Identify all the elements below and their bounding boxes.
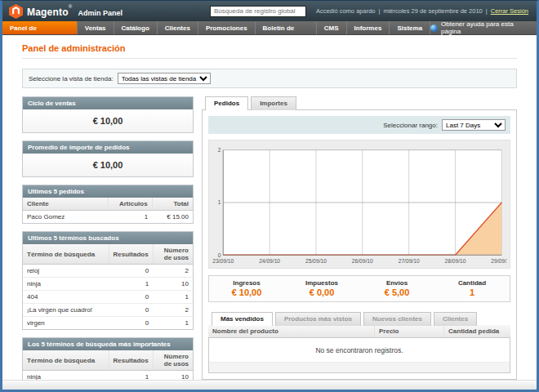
svg-text:29/09/10: 29/09/10 — [491, 258, 507, 264]
search-term-row[interactable]: ninja110 — [23, 371, 193, 381]
footer-strip — [2, 380, 537, 390]
col-header: Número de usos — [153, 244, 193, 265]
order-row[interactable]: Paco Gomez1€ 15.00 — [23, 211, 193, 224]
search-term-row[interactable]: virgen01 — [23, 317, 193, 330]
header-user-info: Accedió como apardo | miércoles 29 de se… — [316, 7, 528, 15]
search-term-row[interactable]: reloj02 — [23, 265, 193, 278]
svg-text:0: 0 — [218, 252, 221, 258]
diagram-tabs: PedidosImportes — [202, 96, 517, 109]
total-value: € 0,00 — [284, 287, 359, 297]
search-term-row[interactable]: ninja110 — [23, 278, 193, 291]
help-icon — [430, 24, 438, 32]
total-label: Envíos — [359, 279, 434, 287]
average-orders-value: € 10,00 — [23, 154, 193, 176]
nav-tab[interactable]: Ventas — [78, 21, 114, 34]
diagram-tab[interactable]: Importes — [251, 96, 296, 110]
logout-link[interactable]: Cerrar Sesión — [491, 7, 528, 15]
average-orders-title: Promedio de importe de pedidos — [23, 141, 193, 154]
header: Magento® Admin Panel Accedió como apardo… — [2, 1, 537, 21]
nav-tab[interactable]: CMS — [317, 21, 347, 34]
nav-tab[interactable]: Catálogo — [114, 21, 158, 34]
lifetime-sales-box: Ciclo de ventas € 10,00 — [22, 96, 194, 133]
col-header: Cliente — [23, 198, 108, 211]
range-label: Seleccionar rango: — [383, 122, 438, 129]
search-term-row[interactable]: 40401 — [23, 291, 193, 304]
store-view-label: Seleccione la vista de tienda: — [29, 75, 114, 82]
totals-bar: Ingresos € 10,00 Impuestos € 0,00 Envíos — [208, 275, 510, 302]
last-search-terms-box: Ultimos 5 términos buscados Término de b… — [22, 231, 194, 330]
col-header: Número de usos — [153, 350, 193, 371]
page-title: Panel de administración — [22, 43, 517, 59]
total-label: Cantidad — [434, 279, 510, 287]
col-header: Término de búsqueda — [23, 350, 109, 371]
svg-text:24/09/10: 24/09/10 — [259, 258, 280, 264]
products-grid: Nombre del producto Precio Cantidad pedi… — [208, 325, 510, 373]
grid-even-row — [209, 362, 510, 372]
magento-logo-icon — [9, 4, 23, 19]
lifetime-sales-title: Ciclo de ventas — [23, 97, 193, 109]
total-label: Impuestos — [284, 279, 359, 287]
nav-tabs: Panel de administraciónVentasCatálogoCli… — [2, 21, 430, 34]
nav-tab[interactable]: Informes — [347, 21, 390, 34]
svg-text:27/09/10: 27/09/10 — [399, 258, 420, 264]
logged-in-as: Accedió como apardo — [316, 7, 376, 15]
range-bar: Seleccionar rango: Last 7 Days — [208, 116, 510, 134]
grid-tab[interactable]: Más vendidos — [212, 312, 273, 326]
total-cell: Ingresos € 10,00 — [209, 279, 284, 297]
nav-tab[interactable]: Boletín de noticias — [256, 21, 317, 34]
total-value: € 10,00 — [209, 287, 284, 297]
total-value: € 5,00 — [359, 287, 434, 297]
grid-tab[interactable]: Clientes — [434, 312, 477, 326]
nav-tab[interactable]: Sistema — [390, 21, 430, 34]
svg-text:28/09/10: 28/09/10 — [445, 258, 466, 264]
top-search-terms-title: Los 5 términos de búsqueda más important… — [23, 338, 193, 350]
total-cell: Envíos € 5,00 — [359, 279, 434, 297]
grid-tabs: Más vendidosProductos más vistosNuevos c… — [208, 312, 510, 325]
col-header: Resultados — [109, 350, 153, 371]
top-search-terms-box: Los 5 términos de búsqueda más important… — [22, 337, 194, 380]
nav-tab[interactable]: Panel de administración — [2, 21, 78, 34]
help-link[interactable]: Obtener ayuda para esta página — [430, 21, 537, 34]
total-value: 1 — [434, 287, 510, 297]
help-label: Obtener ayuda para esta página — [441, 20, 528, 35]
last-search-terms-title: Ultimos 5 términos buscados — [23, 232, 193, 244]
svg-text:2: 2 — [218, 147, 221, 153]
diagram-tab[interactable]: Pedidos — [205, 96, 248, 110]
brand-trademark: ® — [69, 4, 72, 9]
dashboard-panel: PedidosImportes Seleccionar rango: Last … — [202, 96, 517, 380]
svg-text:1: 1 — [218, 199, 221, 205]
col-header: Cantidad pedida — [444, 325, 510, 338]
total-cell: Impuestos € 0,00 — [284, 279, 359, 297]
col-header: Término de búsqueda — [23, 244, 109, 265]
last-orders-title: Ultimos 5 pedidos — [23, 185, 193, 198]
last-orders-box: Ultimos 5 pedidos Cliente Artículos Tota… — [22, 185, 194, 224]
magento-admin-window: Magento® Admin Panel Accedió como apardo… — [0, 0, 539, 392]
search-term-row[interactable]: ¡La virgen que cuadro!02 — [23, 304, 193, 317]
total-cell: Cantidad 1 — [434, 279, 510, 297]
diagram-panel-body: Seleccionar rango: Last 7 Days 23/09/102… — [202, 109, 517, 380]
brand-suffix: Admin Panel — [78, 9, 123, 17]
orders-chart: 23/09/1024/09/1025/09/1026/09/1027/09/10… — [212, 145, 507, 266]
svg-text:23/09/10: 23/09/10 — [212, 258, 234, 264]
col-header: Total — [152, 198, 193, 211]
brand: Magento® Admin Panel — [9, 4, 122, 19]
content: Panel de administración Seleccione la vi… — [2, 35, 537, 380]
col-header: Artículos — [108, 198, 152, 211]
nav-tab[interactable]: Clientes — [158, 21, 198, 34]
average-orders-box: Promedio de importe de pedidos € 10,00 — [22, 140, 194, 177]
grid-tab[interactable]: Nuevos clientes — [363, 312, 431, 326]
nav-tab[interactable]: Promociones — [198, 21, 256, 34]
lifetime-sales-value: € 10,00 — [23, 109, 193, 132]
total-label: Ingresos — [209, 279, 284, 287]
svg-text:26/09/10: 26/09/10 — [352, 258, 373, 264]
col-header: Precio — [375, 325, 444, 338]
store-view-select[interactable]: Todas las vistas de tienda — [118, 73, 211, 84]
range-select[interactable]: Last 7 Days — [442, 119, 506, 131]
svg-text:25/09/10: 25/09/10 — [305, 258, 327, 264]
grid-tab[interactable]: Productos más vistos — [275, 312, 361, 326]
current-date: miércoles 29 de septiembre de 2010 — [383, 7, 482, 15]
orders-chart-band: 23/09/1024/09/1025/09/1026/09/1027/09/10… — [208, 140, 510, 269]
col-header: Resultados — [109, 244, 153, 265]
left-column: Ciclo de ventas € 10,00 Promedio de impo… — [22, 96, 194, 380]
global-search-input[interactable] — [210, 6, 306, 17]
